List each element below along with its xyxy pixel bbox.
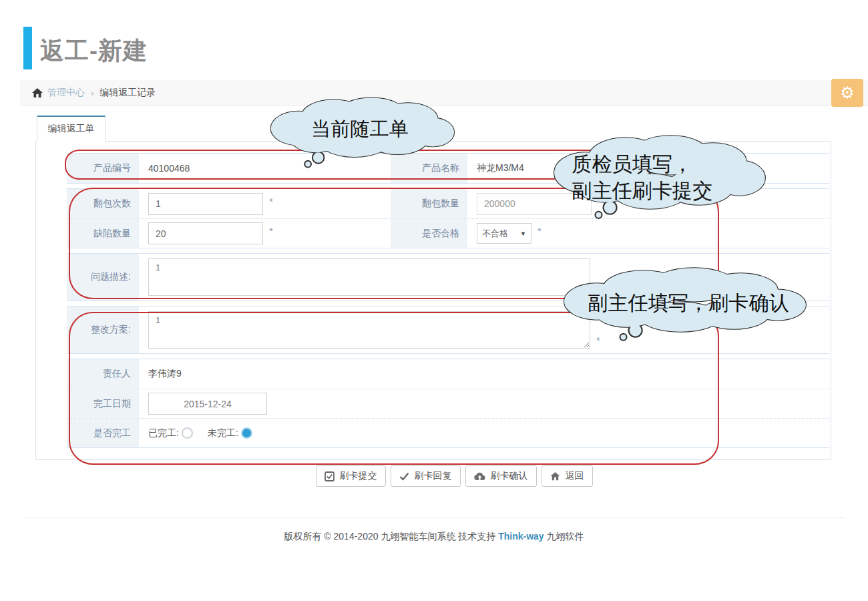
repack-qty-label: 翻包数量: [391, 189, 467, 218]
action-button-bar: 刷卡提交 刷卡回复 刷卡确认 返回: [0, 465, 868, 487]
required-star: *: [537, 225, 541, 236]
finished-no-label: 未完工:: [208, 427, 238, 439]
breadcrumb-separator: ›: [91, 88, 93, 98]
brand-link[interactable]: Think-way: [498, 531, 544, 542]
swipe-reply-button[interactable]: 刷卡回复: [391, 465, 461, 487]
defect-qty-input[interactable]: [148, 222, 263, 244]
check-icon: [399, 472, 409, 481]
row-defect: 缺陷数量 * 是否合格 不合格 ▼ *: [67, 218, 829, 248]
settings-button[interactable]: ⚙: [831, 79, 863, 107]
responsible-label: 责任人: [67, 359, 139, 389]
back-button[interactable]: 返回: [541, 465, 593, 487]
breadcrumb-home-link[interactable]: 管理中心: [32, 87, 85, 99]
finished-yes-label: 已完工:: [148, 427, 179, 439]
rework-form-panel: 产品编号 40100468 产品名称 神龙M3/M4 翻包次数 * 翻包数量 缺…: [35, 141, 831, 460]
required-star: *: [269, 196, 273, 207]
finished-label: 是否完工: [67, 419, 139, 447]
row-repack: 翻包次数 * 翻包数量: [67, 189, 829, 218]
row-problem-desc: 问题描述: 1: [67, 254, 829, 300]
swipe-confirm-button[interactable]: 刷卡确认: [465, 465, 537, 487]
section-completion: 责任人 李伟涛9 完工日期 是否完工 已完工: 未完工:: [67, 359, 829, 448]
breadcrumb-home-label: 管理中心: [47, 87, 85, 99]
row-rectify-plan: 整改方案: 1 *: [67, 307, 829, 353]
tab-edit-rework[interactable]: 编辑返工单: [37, 116, 105, 142]
rectify-plan-label: 整改方案:: [67, 307, 139, 353]
problem-desc-textarea[interactable]: 1: [148, 258, 590, 296]
rectify-plan-textarea[interactable]: 1: [148, 311, 590, 349]
repack-times-label: 翻包次数: [67, 189, 139, 218]
responsible-value: 李伟涛9: [139, 368, 829, 380]
product-name-label: 产品名称: [391, 154, 467, 183]
section-problem: 问题描述: 1: [67, 253, 829, 301]
product-code-value: 40100468: [139, 163, 391, 174]
swipe-submit-button[interactable]: 刷卡提交: [316, 465, 386, 487]
cloud-1-text: 当前随工单: [311, 118, 409, 140]
footer-divider: [23, 518, 845, 518]
home-icon: [550, 472, 560, 481]
gear-icon: ⚙: [840, 85, 855, 101]
repack-qty-input[interactable]: [477, 193, 592, 215]
home-icon: [32, 88, 43, 98]
defect-qty-label: 缺陷数量: [67, 219, 139, 248]
title-accent-bar: [23, 27, 32, 69]
required-star: *: [269, 225, 273, 236]
row-finish-date: 完工日期: [67, 389, 829, 418]
breadcrumb: 管理中心 › 编辑返工记录: [20, 80, 868, 106]
page-title: 返工-新建: [40, 35, 148, 67]
footer-text: 版权所有 © 2014-2020 九翊智能车间系统 技术支持 Think-way…: [0, 531, 868, 543]
breadcrumb-current: 编辑返工记录: [99, 87, 156, 99]
problem-desc-label: 问题描述:: [67, 254, 139, 300]
row-responsible: 责任人 李伟涛9: [67, 359, 829, 389]
finish-date-input[interactable]: [148, 393, 267, 415]
qualified-selected-value: 不合格: [482, 228, 508, 240]
qualified-select[interactable]: 不合格 ▼: [477, 223, 531, 244]
section-qc-inputs: 翻包次数 * 翻包数量 缺陷数量 * 是否合格: [67, 188, 829, 248]
product-code-label: 产品编号: [67, 154, 139, 183]
cloud-upload-icon: [474, 472, 485, 481]
section-product: 产品编号 40100468 产品名称 神龙M3/M4: [67, 153, 829, 184]
required-star: *: [596, 335, 600, 346]
finished-yes-radio[interactable]: [182, 427, 193, 439]
qualified-label: 是否合格: [391, 219, 467, 248]
dropdown-arrow-icon: ▼: [520, 230, 526, 237]
product-name-value: 神龙M3/M4: [467, 162, 829, 174]
row-finished: 是否完工 已完工: 未完工:: [67, 418, 829, 447]
section-rectify: 整改方案: 1 *: [67, 306, 829, 354]
finished-no-radio[interactable]: [241, 427, 252, 439]
row-product: 产品编号 40100468 产品名称 神龙M3/M4: [67, 154, 829, 183]
finish-date-label: 完工日期: [67, 389, 139, 418]
repack-times-input[interactable]: [148, 193, 263, 215]
check-square-icon: [324, 471, 335, 481]
